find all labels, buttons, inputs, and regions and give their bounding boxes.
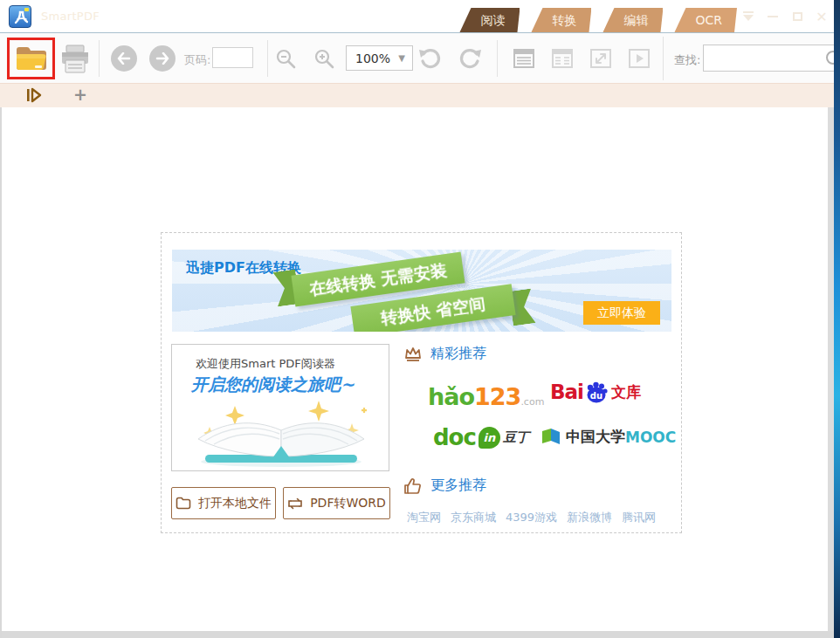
arrow-right-icon xyxy=(155,52,169,65)
zoom-out-button[interactable] xyxy=(275,48,298,71)
magnifier-minus-icon xyxy=(275,48,298,71)
link-jd[interactable]: 京东商城 xyxy=(451,510,496,525)
link-weibo[interactable]: 新浪微博 xyxy=(567,510,612,525)
fullscreen-button[interactable] xyxy=(589,47,612,70)
single-page-view-button[interactable] xyxy=(513,47,535,70)
promo-banner[interactable]: 迅捷PDF在线转换 在线转换 无需安装 转换快 省空间 立即体验 xyxy=(172,250,671,332)
zoom-in-button[interactable] xyxy=(313,48,336,71)
print-button[interactable] xyxy=(58,43,93,76)
window-right-border xyxy=(834,0,840,638)
app-logo-icon xyxy=(9,5,31,28)
maximize-button[interactable] xyxy=(788,8,807,25)
rotate-cw-icon xyxy=(458,46,483,71)
more-recommend-title: 更多推荐 xyxy=(430,477,486,495)
link-hao123[interactable]: hǎo123.com xyxy=(428,383,544,410)
try-now-button[interactable]: 立即体验 xyxy=(583,301,660,325)
document-area: 迅捷PDF在线转换 在线转换 无需安装 转换快 省空间 立即体验 欢迎使用Sma… xyxy=(0,107,840,638)
horizontal-scrollbar[interactable] xyxy=(2,631,834,638)
tab-convert[interactable]: 转换 xyxy=(531,8,591,32)
new-tab-button[interactable]: + xyxy=(73,85,87,104)
page-number-label: 页码: xyxy=(184,52,210,68)
mooc-flag-icon xyxy=(540,428,561,447)
link-4399[interactable]: 4399游戏 xyxy=(506,510,557,525)
welcome-line1: 欢迎使用Smart PDF阅读器 xyxy=(196,356,335,372)
close-button[interactable]: ✕ xyxy=(812,8,831,25)
sidebar-expand-icon[interactable] xyxy=(25,87,43,106)
link-baidu-wenku[interactable]: Bai du 文库 xyxy=(550,380,641,404)
docin-leaf-icon: in xyxy=(479,427,500,449)
folder-outline-icon xyxy=(176,497,191,510)
welcome-box: 欢迎使用Smart PDF阅读器 开启您的阅读之旅吧~ xyxy=(171,344,389,471)
open-book-illustration xyxy=(181,397,382,470)
mode-tabs: 阅读 转换 编辑 OCR xyxy=(459,8,737,32)
convert-arrows-icon xyxy=(287,497,303,510)
tab-edit[interactable]: 编辑 xyxy=(602,8,663,32)
single-page-icon xyxy=(513,47,535,70)
open-file-button[interactable] xyxy=(13,43,50,74)
baidu-paw-icon: du xyxy=(583,380,609,404)
play-icon xyxy=(628,47,651,70)
chevron-down-icon: ▼ xyxy=(398,53,412,63)
two-page-view-button[interactable] xyxy=(551,47,574,70)
page-number-input[interactable] xyxy=(212,47,253,68)
more-links-row: 淘宝网 京东商城 4399游戏 新浪微博 腾讯网 xyxy=(407,510,656,525)
link-mooc[interactable]: 中国大学MOOC xyxy=(540,427,676,447)
featured-recommend-title: 精彩推荐 xyxy=(430,345,486,363)
find-label: 查找: xyxy=(674,52,700,68)
welcome-card: 迅捷PDF在线转换 在线转换 无需安装 转换快 省空间 立即体验 欢迎使用Sma… xyxy=(161,232,682,533)
next-page-button[interactable] xyxy=(149,45,176,72)
link-taobao[interactable]: 淘宝网 xyxy=(407,510,441,525)
rotate-left-button[interactable] xyxy=(417,46,442,71)
zoom-level-select[interactable]: 100% ▼ xyxy=(346,45,413,71)
slideshow-button[interactable] xyxy=(628,47,651,70)
link-qq[interactable]: 腾讯网 xyxy=(622,510,656,525)
find-input[interactable] xyxy=(703,45,840,72)
minimize-button[interactable] xyxy=(763,8,782,25)
skin-menu-icon[interactable] xyxy=(739,8,758,25)
app-title: SmartPDF xyxy=(41,0,100,32)
arrow-left-icon xyxy=(117,52,131,65)
vertical-scrollbar[interactable] xyxy=(828,107,834,631)
title-bar: SmartPDF 阅读 转换 编辑 OCR ✕ xyxy=(0,0,840,33)
svg-text:du: du xyxy=(590,391,602,401)
tab-ocr[interactable]: OCR xyxy=(674,8,737,32)
printer-icon xyxy=(58,43,93,76)
document-tabstrip: + xyxy=(0,84,840,107)
app-window: SmartPDF 阅读 转换 编辑 OCR ✕ xyxy=(0,0,840,638)
pdf-to-word-label: PDF转WORD xyxy=(310,496,386,511)
window-controls: ✕ xyxy=(739,8,831,25)
thumbs-up-icon xyxy=(403,477,423,495)
fullscreen-icon xyxy=(589,47,612,70)
link-docin[interactable]: doc in 豆丁 xyxy=(433,424,529,450)
more-recommend-header: 更多推荐 xyxy=(403,477,486,495)
open-local-file-label: 打开本地文件 xyxy=(198,496,272,511)
main-toolbar: 页码: 100% ▼ xyxy=(0,33,840,84)
welcome-line2: 开启您的阅读之旅吧~ xyxy=(191,374,355,396)
two-page-icon xyxy=(551,47,574,70)
magnifier-plus-icon xyxy=(313,48,336,71)
featured-recommend-header: 精彩推荐 xyxy=(403,345,486,363)
zoom-level-value: 100% xyxy=(347,51,398,65)
rotate-right-button[interactable] xyxy=(458,46,483,71)
rotate-ccw-icon xyxy=(417,46,442,71)
tab-read[interactable]: 阅读 xyxy=(459,8,520,32)
pdf-to-word-button[interactable]: PDF转WORD xyxy=(283,487,390,519)
open-local-file-button[interactable]: 打开本地文件 xyxy=(171,487,276,519)
folder-open-icon xyxy=(13,43,50,74)
crown-icon xyxy=(403,346,423,363)
previous-page-button[interactable] xyxy=(111,45,137,72)
